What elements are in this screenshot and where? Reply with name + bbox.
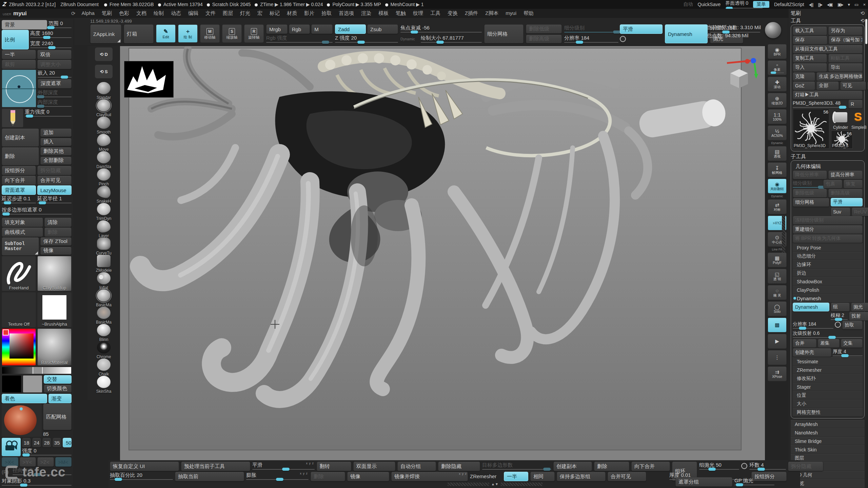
camera-button[interactable]	[2, 438, 21, 456]
merge-down-button[interactable]: 向下合并	[2, 176, 36, 185]
button[interactable]: 恢复	[844, 180, 863, 188]
button[interactable]: 包裹	[823, 180, 842, 188]
dynamesh-item-0[interactable]: Tessimate	[793, 357, 863, 366]
slider[interactable]: 目标多边形数	[482, 462, 551, 470]
button[interactable]: 相同	[530, 472, 555, 481]
persp-icon[interactable]: ▤透视	[768, 146, 787, 161]
menu-item-2[interactable]: 色彩	[119, 10, 129, 17]
subpalette-item-3[interactable]: Thick Skin	[791, 445, 865, 454]
button[interactable]: 可见	[840, 81, 866, 90]
dynamesh-item-3[interactable]: Stager	[793, 383, 863, 391]
slider[interactable]: 内部深度	[38, 99, 72, 107]
brush-item-Chrome[interactable]: Chrome	[90, 341, 118, 358]
button[interactable]: 组	[831, 303, 850, 311]
gradient-button[interactable]: 渐变	[48, 394, 72, 403]
rgb-intensity-slider[interactable]: Rgb 强度	[266, 35, 333, 44]
button[interactable]: 调整大小	[37, 60, 72, 69]
focal-shift-slider[interactable]: 焦点衰减 -56	[400, 24, 482, 34]
panel-scrollbar[interactable]	[865, 19, 867, 44]
slider[interactable]: 分辨率 184	[793, 321, 833, 329]
brush-item-DamSta[interactable]: DamSta	[90, 151, 118, 167]
secondary-color-swatch[interactable]	[23, 375, 42, 393]
brush-item-BasicMa[interactable]: BasicMa	[90, 289, 118, 306]
value-gradient[interactable]	[2, 367, 72, 374]
button[interactable]: 灯箱▶工具	[793, 90, 863, 99]
bpr-icon[interactable]: ◉BPR	[768, 44, 787, 59]
knob-icon[interactable]	[835, 322, 841, 328]
pan-icon[interactable]: ✚滚动	[768, 77, 787, 92]
mrgb-button[interactable]: Mrgb	[266, 24, 288, 34]
knob-icon[interactable]	[741, 463, 747, 469]
texture-off-thumb[interactable]: Texture Off	[2, 292, 36, 327]
slider[interactable]: 厚度 4	[833, 348, 863, 357]
slider[interactable]: 次级投射 0.6	[793, 330, 863, 339]
geometry-item-0[interactable]: Proxy Pose	[793, 243, 863, 252]
draw-mode-button[interactable]: ＋绘 制	[178, 24, 198, 43]
stroke-dot-s[interactable]: ⟲ S	[90, 65, 118, 81]
pixel-icon[interactable]: ▫像素	[768, 60, 787, 75]
brush-item-Standar[interactable]: Standar	[90, 82, 118, 98]
button[interactable]: 全部删除	[40, 157, 72, 165]
dynamesh-item-6[interactable]: 网格完整性	[793, 408, 863, 416]
button[interactable]: 35	[53, 438, 61, 447]
button[interactable]: 交集	[841, 339, 863, 348]
geometry-item-1[interactable]: 动态细分	[793, 252, 863, 260]
save-as-button[interactable]: 另存为	[828, 26, 863, 35]
scale-axis-button[interactable]: S缩放轴	[222, 24, 242, 43]
subpalette-item-0[interactable]: ArrayMesh	[791, 420, 865, 428]
brush-item-Inflat[interactable]: Inflat	[90, 272, 118, 288]
duplicate-button[interactable]: 创建副本	[2, 128, 39, 147]
import-button[interactable]: 导入	[793, 63, 827, 72]
local-icon[interactable]: ◉局部翻转	[768, 179, 787, 194]
brush-item-SnakeH[interactable]: SnakeH	[90, 186, 118, 202]
button[interactable]: 复制工具	[793, 54, 827, 63]
button[interactable]: 差集	[818, 339, 840, 348]
brush-curve-preview[interactable]	[2, 69, 36, 107]
button[interactable]: 双面显示	[353, 462, 395, 471]
rgb-button[interactable]: Rgb	[289, 24, 310, 34]
subtool-master-button[interactable]: SubTool Master	[2, 237, 39, 256]
button[interactable]: ReUV	[852, 207, 868, 216]
switch-button[interactable]: 交替	[44, 375, 72, 384]
brush-item-Chalk[interactable]: Chalk	[90, 359, 118, 375]
slider[interactable]: 抽取百分比 20	[110, 472, 173, 481]
menu-item-19[interactable]: 纹理	[413, 10, 423, 17]
brush-item-TrimDyn[interactable]: TrimDyn	[90, 203, 118, 219]
button[interactable]: 保存（编号加 1）	[829, 36, 863, 44]
close-icon[interactable]: ×	[863, 2, 865, 7]
menu-item-11[interactable]: 标记	[270, 10, 280, 17]
button[interactable]: 删除高级	[526, 35, 562, 44]
menu-item-8[interactable]: 图层	[223, 10, 233, 17]
small-tool-thumb[interactable]: 56 PM3D_S	[831, 130, 853, 149]
brush-item-CurveTu[interactable]: CurveTu	[90, 238, 118, 254]
flip-button[interactable]: 翻转	[317, 462, 351, 471]
menu-item-17[interactable]: 模板	[378, 10, 389, 17]
menu-item-3[interactable]: 文档	[136, 10, 146, 17]
brush-item-Pinch[interactable]: Pinch	[90, 168, 118, 185]
geometry-item-5[interactable]: ClayPolish	[793, 286, 863, 294]
split-groups-button[interactable]: 按组拆分	[2, 166, 36, 175]
menu-item-21[interactable]: 变换	[448, 10, 458, 17]
button[interactable]: 生成 多边形网格物体	[816, 72, 863, 81]
menu-item-5[interactable]: 动态	[171, 10, 181, 17]
button[interactable]: 18	[22, 438, 31, 447]
clone-button[interactable]: 克隆	[793, 72, 815, 81]
mask-icon[interactable]: ▩	[768, 318, 787, 332]
lazymouse-button[interactable]: LazyMouse	[37, 185, 72, 195]
slider[interactable]: 按多边形组遮罩 0	[2, 206, 72, 215]
slider[interactable]: 细分级别	[564, 24, 618, 33]
restore-ui-button[interactable]: 恢复自定义 UI	[110, 462, 179, 471]
dynamesh-item-2[interactable]: 修改拓扑	[793, 374, 863, 383]
color-picker[interactable]	[2, 328, 36, 366]
subpalette-item-1[interactable]: NanoMesh	[791, 428, 865, 437]
button[interactable]: 合并可见	[608, 472, 646, 481]
button[interactable]: 将 BPR 转换为几何体	[793, 234, 863, 243]
button[interactable]: 抛光	[851, 303, 868, 311]
button[interactable]: 向下合并	[631, 462, 670, 471]
zoom2d-icon[interactable]: ⊕缩放2D	[768, 93, 787, 108]
dots-icon[interactable]: ⋮	[768, 350, 787, 365]
ghost-icon[interactable]: ◌幽 灵	[768, 285, 787, 300]
rotate-axis-button[interactable]: R旋转轴	[244, 24, 264, 43]
button[interactable]: 投射	[849, 312, 868, 321]
main-color-swatch[interactable]	[2, 375, 21, 393]
